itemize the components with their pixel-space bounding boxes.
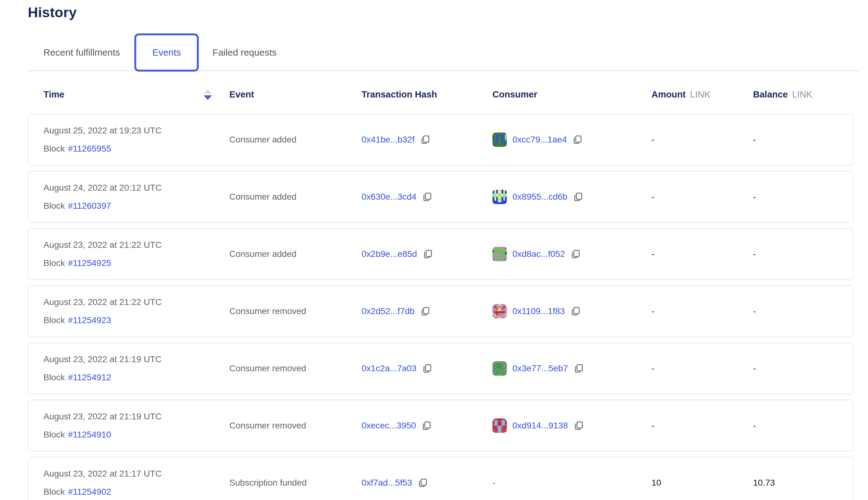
- event-type: Consumer removed: [229, 421, 306, 431]
- time-cell: August 25, 2022 at 19:23 UTC Block #1126…: [43, 114, 229, 165]
- block-line: Block #11254925: [43, 258, 111, 268]
- table-row: August 23, 2022 at 21:19 UTC Block #1125…: [28, 342, 853, 394]
- column-header-consumer: Consumer: [492, 89, 651, 100]
- events-table: August 25, 2022 at 19:23 UTC Block #1126…: [28, 114, 853, 500]
- transaction-hash-link[interactable]: 0xecec...3950: [362, 421, 416, 431]
- copy-icon[interactable]: [422, 192, 433, 202]
- tx-cell: 0x41be...b32f: [362, 134, 492, 145]
- tab-events[interactable]: Events: [134, 33, 199, 71]
- copy-icon[interactable]: [574, 363, 584, 374]
- balance-value: -: [753, 363, 756, 373]
- table-row: August 24, 2022 at 20:12 UTC Block #1126…: [28, 171, 853, 223]
- consumer-address-link[interactable]: 0x1109...1f83: [512, 306, 565, 316]
- copy-icon[interactable]: [423, 249, 433, 259]
- column-header-time[interactable]: Time: [43, 89, 229, 100]
- tab-failed-requests[interactable]: Failed requests: [213, 47, 276, 58]
- copy-icon[interactable]: [571, 249, 581, 259]
- table-row: August 23, 2022 at 21:17 UTC Block #1125…: [28, 457, 853, 500]
- balance-value: -: [753, 249, 756, 259]
- copy-icon[interactable]: [571, 306, 581, 317]
- copy-icon[interactable]: [574, 420, 584, 431]
- tx-cell: 0xecec...3950: [362, 420, 492, 431]
- consumer-cell: - -: [492, 478, 651, 488]
- balance-value: -: [753, 135, 756, 145]
- amount-cell: -: [651, 421, 753, 431]
- consumer-avatar: [492, 361, 507, 376]
- consumer-avatar: [492, 247, 507, 261]
- time-cell: August 23, 2022 at 21:19 UTC Block #1125…: [43, 343, 229, 394]
- amount-cell: -: [651, 306, 753, 316]
- amount-cell: -: [651, 192, 753, 202]
- balance-unit: LINK: [792, 89, 812, 100]
- event-cell: Consumer added: [229, 249, 362, 259]
- amount-unit: LINK: [690, 89, 710, 100]
- event-date: August 23, 2022 at 21:22 UTC: [43, 240, 161, 250]
- block-number-link[interactable]: #11254925: [68, 258, 111, 268]
- block-number-link[interactable]: #11254923: [68, 315, 111, 325]
- tab-recent-fulfillments[interactable]: Recent fulfillments: [43, 47, 120, 58]
- column-header-event: Event: [229, 89, 362, 100]
- table-header: Time Event Transaction Hash Consumer Amo…: [28, 88, 853, 101]
- block-label: Block: [43, 315, 65, 325]
- tx-cell: 0xf7ad...5f53: [362, 477, 492, 488]
- balance-cell: -: [753, 192, 853, 202]
- amount-value: -: [651, 135, 654, 145]
- consumer-address-link[interactable]: 0xcc79...1ae4: [512, 135, 567, 145]
- consumer-address-link[interactable]: 0xd8ac...f052: [512, 249, 565, 259]
- time-cell: August 23, 2022 at 21:19 UTC Block #1125…: [43, 400, 229, 451]
- consumer-address-link[interactable]: 0x3e77...5eb7: [512, 363, 568, 373]
- table-row: August 23, 2022 at 21:19 UTC Block #1125…: [28, 400, 853, 452]
- consumer-avatar: [492, 418, 507, 433]
- block-number-link[interactable]: #11265955: [68, 144, 111, 154]
- copy-icon[interactable]: [420, 306, 431, 317]
- transaction-hash-link[interactable]: 0x41be...b32f: [362, 135, 415, 145]
- block-number-link[interactable]: #11254910: [68, 430, 111, 440]
- block-label: Block: [43, 201, 65, 211]
- amount-value: -: [651, 363, 654, 373]
- copy-icon[interactable]: [573, 192, 584, 202]
- table-row: August 23, 2022 at 21:22 UTC Block #1125…: [28, 228, 853, 280]
- consumer-address-link[interactable]: 0xd914...9138: [512, 421, 568, 431]
- table-row: August 25, 2022 at 19:23 UTC Block #1126…: [28, 114, 853, 166]
- copy-icon[interactable]: [422, 363, 433, 374]
- amount-cell: -: [651, 249, 753, 259]
- copy-icon[interactable]: [422, 420, 432, 431]
- block-line: Block #11265955: [43, 144, 111, 154]
- column-header-tx: Transaction Hash: [362, 89, 492, 100]
- copy-icon[interactable]: [572, 134, 583, 145]
- copy-icon[interactable]: [420, 134, 431, 145]
- block-number-link[interactable]: #11254902: [68, 487, 111, 497]
- event-type: Consumer added: [229, 192, 297, 202]
- event-cell: Consumer removed: [229, 363, 362, 373]
- amount-value: -: [651, 421, 654, 431]
- block-number-link[interactable]: #11254912: [68, 373, 111, 383]
- transaction-hash-link[interactable]: 0x630e...3cd4: [362, 192, 416, 202]
- balance-cell: -: [753, 421, 853, 431]
- time-cell: August 23, 2022 at 21:17 UTC Block #1125…: [43, 457, 229, 500]
- event-date: August 25, 2022 at 19:23 UTC: [43, 126, 161, 136]
- event-cell: Consumer added: [229, 192, 362, 202]
- history-page: History Recent fulfillments Events Faile…: [28, 0, 853, 500]
- consumer-cell: 0xd8ac...f052: [492, 247, 651, 261]
- consumer-address-link[interactable]: 0x8955...cd6b: [512, 192, 568, 202]
- time-cell: August 24, 2022 at 20:12 UTC Block #1126…: [43, 172, 229, 222]
- block-number-link[interactable]: #11260397: [68, 201, 111, 211]
- sort-icon[interactable]: [204, 89, 212, 100]
- amount-value: -: [651, 192, 654, 202]
- block-label: Block: [43, 373, 65, 383]
- event-date: August 23, 2022 at 21:17 UTC: [43, 469, 161, 479]
- block-line: Block #11254912: [43, 373, 111, 383]
- copy-icon[interactable]: [418, 477, 429, 488]
- transaction-hash-link[interactable]: 0x2b9e...e85d: [362, 249, 417, 259]
- transaction-hash-link[interactable]: 0x2d52...f7db: [362, 306, 415, 316]
- tx-cell: 0x2b9e...e85d: [362, 249, 492, 259]
- transaction-hash-link[interactable]: 0x1c2a...7a03: [362, 363, 416, 373]
- page-title: History: [28, 0, 853, 21]
- event-date: August 23, 2022 at 21:19 UTC: [43, 411, 161, 422]
- consumer-avatar: [492, 304, 507, 318]
- transaction-hash-link[interactable]: 0xf7ad...5f53: [362, 478, 412, 488]
- event-type: Consumer removed: [229, 363, 306, 373]
- balance-value: -: [753, 306, 756, 316]
- column-header-balance: Balance LINK: [753, 89, 853, 100]
- consumer-empty-dash: -: [492, 478, 495, 488]
